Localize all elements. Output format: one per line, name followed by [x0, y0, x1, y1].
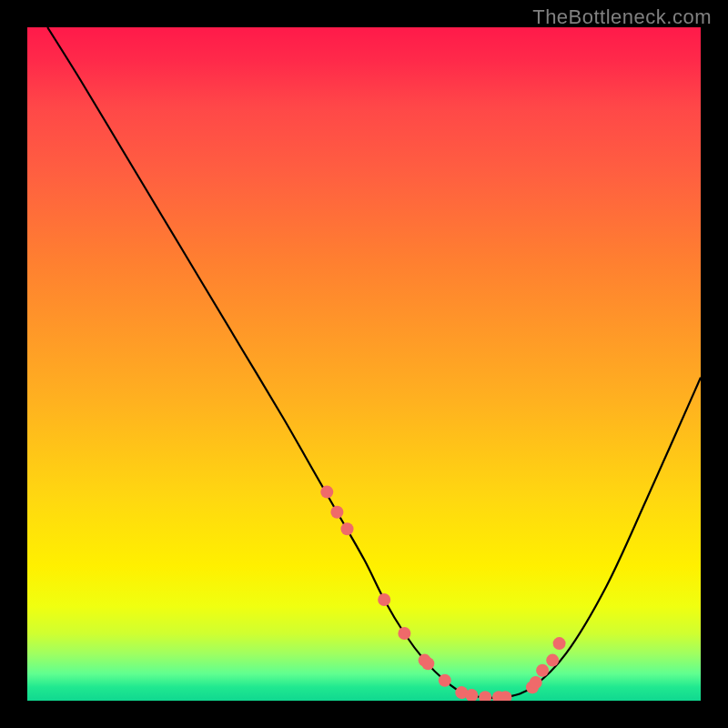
highlight-dot — [536, 664, 549, 677]
highlight-dot — [553, 637, 566, 650]
watermark-text: TheBottleneck.com — [532, 5, 712, 29]
highlight-dot — [330, 506, 343, 519]
highlight-dot — [546, 654, 559, 667]
highlight-dot — [530, 676, 542, 689]
chart-container: TheBottleneck.com — [0, 0, 728, 728]
bottleneck-curve — [47, 27, 701, 698]
highlight-dots — [320, 486, 565, 701]
highlight-dot — [320, 486, 333, 499]
highlight-dot — [378, 593, 390, 606]
highlight-dot — [341, 522, 354, 535]
chart-svg — [27, 27, 701, 701]
highlight-dot — [479, 691, 491, 701]
plot-area — [27, 27, 701, 701]
highlight-dot — [421, 657, 434, 670]
highlight-dot — [439, 674, 451, 687]
highlight-dot — [398, 627, 410, 640]
